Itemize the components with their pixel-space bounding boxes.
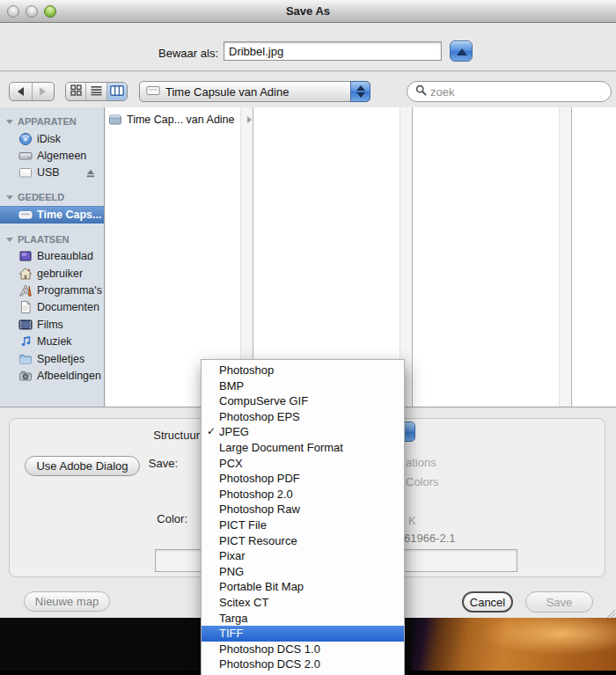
menu-item-label: JPEG	[219, 425, 249, 438]
checkmark-icon: ✓	[205, 424, 217, 440]
structure-label: Structuur	[114, 429, 200, 442]
color-profile-fragment: 61966-2.1	[404, 532, 456, 545]
menu-item-portable-bit-map[interactable]: Portable Bit Map	[202, 579, 404, 595]
icon-view-button[interactable]	[66, 83, 85, 100]
sidebar-item-afbeeldingen[interactable]: Afbeeldingen	[0, 367, 104, 384]
sidebar-item-documenten[interactable]: Documenten	[0, 299, 104, 316]
sidebar-item-algemeen[interactable]: Algemeen	[0, 147, 104, 164]
eject-icon[interactable]	[85, 168, 96, 179]
folder-icon	[18, 352, 33, 366]
column-view-button[interactable]	[106, 83, 127, 100]
sidebar-item-label: Bureaublad	[37, 250, 93, 262]
menu-item-photoshop[interactable]: Photoshop	[202, 363, 404, 378]
location-popup[interactable]: Time Capsule van Adine	[139, 81, 370, 102]
home-icon	[18, 267, 33, 281]
save-as-label: Bewaar als:	[88, 47, 218, 60]
grid-view-icon	[70, 84, 82, 99]
menu-item-scitex-ct[interactable]: Scitex CT	[202, 595, 404, 611]
sidebar-item-label: Spelletjes	[37, 353, 84, 365]
movies-icon	[18, 318, 33, 332]
menu-item-photoshop-eps[interactable]: Photoshop EPS	[202, 409, 404, 425]
menu-item-label: Large Document Format	[219, 441, 343, 454]
menu-item-targa[interactable]: Targa	[202, 611, 404, 627]
sidebar-section-apparaten[interactable]: APPARATEN	[0, 114, 104, 130]
menu-item-photoshop-dcs-2-0[interactable]: Photoshop DCS 2.0	[202, 657, 404, 672]
sidebar-item-label: USB	[37, 166, 60, 179]
sidebar: APPARATENiDiskAlgemeenUSBGEDEELDTime Cap…	[0, 107, 105, 407]
menu-item-bmp[interactable]: BMP	[202, 378, 404, 394]
menu-item-compuserve-gif[interactable]: CompuServe GIF	[202, 393, 404, 409]
menu-item-label: Scitex CT	[219, 596, 268, 609]
menu-item-pcx[interactable]: PCX	[202, 456, 404, 472]
sidebar-item-programma-s[interactable]: Programma's	[0, 282, 104, 298]
time-capsule-icon	[18, 208, 33, 222]
menu-item-label: Photoshop Raw	[219, 503, 300, 516]
sidebar-item-idisk[interactable]: iDisk	[0, 130, 104, 147]
resize-grip[interactable]	[604, 606, 615, 618]
menu-item-large-document-format[interactable]: Large Document Format	[202, 440, 404, 456]
list-view-button[interactable]	[85, 83, 106, 100]
new-folder-button[interactable]: Nieuwe map	[24, 591, 110, 612]
cancel-button[interactable]: Cancel	[462, 591, 513, 613]
sidebar-item-spelletjes[interactable]: Spelletjes	[0, 350, 104, 367]
usb-drive-icon	[18, 165, 33, 180]
menu-item-jpeg[interactable]: ✓JPEG	[202, 424, 404, 440]
sidebar-item-gebruiker[interactable]: gebruiker	[0, 265, 104, 282]
menu-item-photoshop-raw[interactable]: Photoshop Raw	[202, 502, 404, 517]
up-arrow-icon	[356, 85, 365, 91]
search-field[interactable]	[407, 81, 612, 102]
forward-arrow-icon	[40, 87, 46, 96]
sidebar-item-muziek[interactable]: Muziek	[0, 334, 104, 350]
hard-drive-icon	[18, 149, 33, 163]
forward-button[interactable]	[33, 83, 55, 100]
down-arrow-icon	[356, 92, 365, 98]
menu-item-photoshop-2-0[interactable]: Photoshop 2.0	[202, 487, 404, 503]
sidebar-section-gedeeld[interactable]: GEDEELD	[0, 189, 104, 206]
menu-item-tiff[interactable]: TIFF	[202, 626, 404, 642]
menu-item-pict-resource[interactable]: PICT Resource	[202, 533, 404, 549]
sidebar-item-label: gebruiker	[37, 268, 83, 280]
sidebar-item-label: Documenten	[37, 301, 99, 313]
music-icon	[18, 334, 33, 349]
search-input[interactable]	[430, 85, 603, 99]
save-button[interactable]: Save	[525, 591, 593, 613]
sidebar-gap	[0, 181, 104, 189]
sidebar-item-label: Programma's	[37, 284, 102, 297]
browser-item-time-capsule[interactable]: Time Cap... van Adine	[108, 112, 252, 128]
menu-item-photoshop-dcs-1-0[interactable]: Photoshop DCS 1.0	[202, 642, 404, 657]
disclosure-triangle-icon[interactable]	[6, 120, 13, 124]
menu-item-photoshop-pdf[interactable]: Photoshop PDF	[202, 471, 404, 487]
menu-item-label: Photoshop EPS	[219, 410, 300, 423]
menu-item-label: Targa	[219, 612, 248, 625]
sidebar-item-label: Films	[37, 319, 63, 331]
menu-item-pixar[interactable]: Pixar	[202, 548, 404, 564]
menu-item-pict-file[interactable]: PICT File	[202, 517, 404, 533]
menu-item-label: PICT Resource	[219, 534, 297, 547]
collapse-disclosure-button[interactable]	[450, 40, 473, 62]
view-mode-control	[65, 82, 128, 101]
sidebar-section-plaatsen[interactable]: PLAATSEN	[0, 231, 104, 248]
column-view-icon	[110, 84, 124, 99]
scrollbar-track	[559, 107, 571, 407]
sidebar-item-films[interactable]: Films	[0, 316, 104, 333]
back-button[interactable]	[10, 83, 33, 100]
menu-item-label: PCX	[219, 457, 243, 470]
filename-input[interactable]	[224, 41, 442, 61]
shared-volume-icon	[108, 113, 122, 127]
popup-stepper	[350, 81, 370, 102]
disclosure-triangle-icon[interactable]	[6, 238, 13, 242]
location-popup-label: Time Capsule van Adine	[165, 85, 289, 99]
menu-item-png[interactable]: PNG	[202, 564, 404, 580]
sidebar-gap	[0, 224, 104, 231]
sidebar-item-label: Algemeen	[37, 150, 86, 162]
sidebar-item-time-caps[interactable]: Time Caps...	[0, 206, 104, 223]
title-bar[interactable]: Save As	[0, 0, 616, 23]
sidebar-item-usb[interactable]: USB	[0, 165, 104, 181]
back-forward-control	[9, 82, 55, 101]
disclosure-triangle-icon[interactable]	[6, 195, 13, 200]
idisk-icon	[18, 132, 33, 146]
sidebar-item-bureaublad[interactable]: Bureaublad	[0, 248, 104, 265]
menu-item-label: Portable Bit Map	[219, 580, 304, 593]
menu-item-label: BMP	[219, 379, 244, 393]
menu-item-label: Photoshop PDF	[219, 472, 300, 485]
